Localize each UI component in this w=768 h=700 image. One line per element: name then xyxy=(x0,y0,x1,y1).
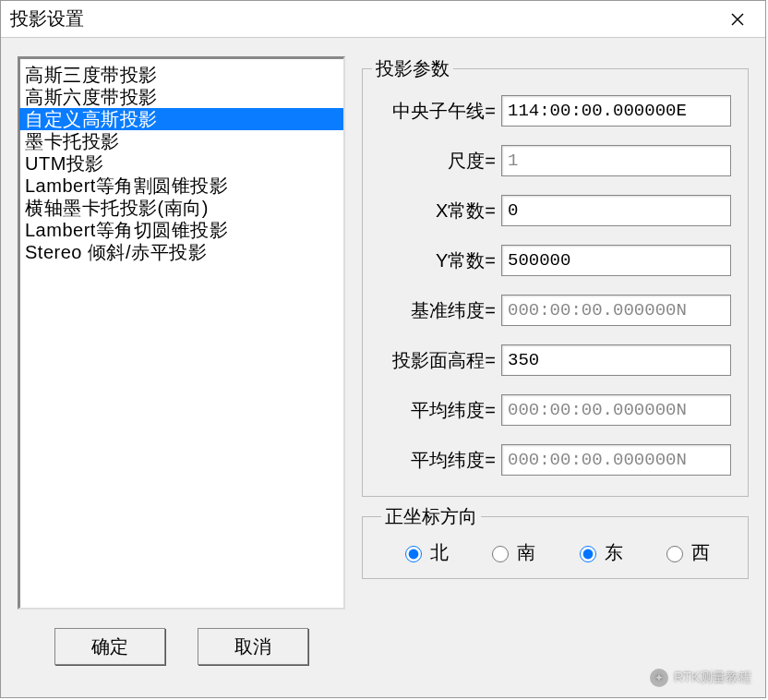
window-title: 投影设置 xyxy=(10,6,84,31)
param-row: 基准纬度= xyxy=(372,295,731,326)
direction-legend: 正坐标方向 xyxy=(381,504,481,529)
direction-group: 正坐标方向 北南东西 xyxy=(362,504,749,579)
param-row: 中央子午线= xyxy=(372,95,731,127)
direction-option[interactable]: 东 xyxy=(575,540,623,565)
param-label: Y常数= xyxy=(372,248,501,273)
param-input[interactable] xyxy=(501,245,731,276)
direction-option[interactable]: 西 xyxy=(662,540,710,565)
param-label: 中央子午线= xyxy=(372,99,501,124)
list-item[interactable]: 自定义高斯投影 xyxy=(19,108,343,130)
param-row: 平均纬度= xyxy=(372,444,731,476)
param-input[interactable] xyxy=(501,344,731,376)
radio-input[interactable] xyxy=(580,546,596,562)
param-input[interactable] xyxy=(501,444,731,476)
radio-label: 北 xyxy=(430,540,449,565)
params-legend: 投影参数 xyxy=(372,56,453,81)
direction-option[interactable]: 南 xyxy=(487,540,535,565)
param-input[interactable] xyxy=(501,195,731,226)
param-label: 平均纬度= xyxy=(372,448,501,473)
param-row: Y常数= xyxy=(372,245,731,276)
button-row: 确定 取消 xyxy=(18,628,345,674)
close-button[interactable] xyxy=(717,5,758,34)
param-row: 平均纬度= xyxy=(372,394,731,426)
radio-label: 南 xyxy=(517,540,535,565)
left-column: 高斯三度带投影高斯六度带投影自定义高斯投影墨卡托投影UTM投影Lambert等角… xyxy=(18,56,345,674)
list-item[interactable]: 横轴墨卡托投影(南向) xyxy=(19,197,343,219)
list-item[interactable]: 高斯六度带投影 xyxy=(19,86,343,108)
radio-input[interactable] xyxy=(405,546,422,562)
list-item[interactable]: Lambert等角切圆锥投影 xyxy=(19,219,343,241)
cancel-button[interactable]: 取消 xyxy=(198,628,308,665)
projection-settings-window: 投影设置 高斯三度带投影高斯六度带投影自定义高斯投影墨卡托投影UTM投影Lamb… xyxy=(0,0,766,698)
ok-button[interactable]: 确定 xyxy=(54,628,165,665)
projection-params-group: 投影参数 中央子午线=尺度=X常数=Y常数=基准纬度=投影面高程=平均纬度=平均… xyxy=(362,56,749,497)
radio-label: 东 xyxy=(605,540,623,565)
list-item[interactable]: 高斯三度带投影 xyxy=(19,64,343,86)
radio-input[interactable] xyxy=(492,546,509,562)
param-input[interactable] xyxy=(501,95,731,127)
list-item[interactable]: Lambert等角割圆锥投影 xyxy=(19,175,343,197)
param-input[interactable] xyxy=(501,295,731,326)
list-item[interactable]: Stereo 倾斜/赤平投影 xyxy=(19,241,343,263)
param-label: X常数= xyxy=(372,199,501,223)
param-label: 基准纬度= xyxy=(372,298,501,323)
param-label: 平均纬度= xyxy=(372,398,501,423)
close-icon xyxy=(731,13,744,26)
titlebar: 投影设置 xyxy=(1,1,765,38)
projection-listbox[interactable]: 高斯三度带投影高斯六度带投影自定义高斯投影墨卡托投影UTM投影Lambert等角… xyxy=(18,56,345,609)
param-input[interactable] xyxy=(501,394,731,426)
right-column: 投影参数 中央子午线=尺度=X常数=Y常数=基准纬度=投影面高程=平均纬度=平均… xyxy=(362,56,749,674)
list-item[interactable]: 墨卡托投影 xyxy=(19,130,343,152)
radio-input[interactable] xyxy=(666,546,683,562)
list-item[interactable]: UTM投影 xyxy=(19,152,343,175)
content-area: 高斯三度带投影高斯六度带投影自定义高斯投影墨卡托投影UTM投影Lambert等角… xyxy=(1,38,765,697)
param-label: 尺度= xyxy=(372,149,501,174)
direction-option[interactable]: 北 xyxy=(401,540,449,565)
radio-label: 西 xyxy=(691,540,710,565)
param-label: 投影面高程= xyxy=(372,348,501,373)
param-row: X常数= xyxy=(372,195,731,226)
param-row: 投影面高程= xyxy=(372,344,731,376)
param-row: 尺度= xyxy=(372,145,731,176)
param-input[interactable] xyxy=(501,145,731,176)
